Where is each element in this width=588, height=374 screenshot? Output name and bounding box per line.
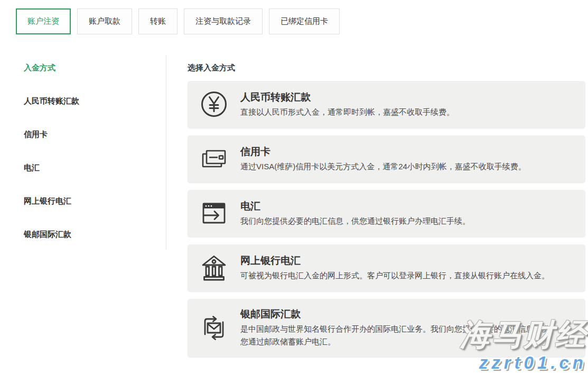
card-description: 我们向您提供必要的电汇信息，供您通过银行账户办理电汇手续。 [240, 215, 470, 227]
tab-deposit-withdraw-records[interactable]: 注资与取款记录 [184, 8, 263, 34]
card-credit-card[interactable]: 信用卡 通过VISA(维萨)信用卡以美元方式入金，通常24小时内到帐，嘉盛不收取… [188, 135, 585, 182]
content-area: 入金方式 人民币转账汇款 信用卡 电汇 网上银行电汇 银邮国际汇款 选择入金方式… [0, 55, 588, 357]
card-title: 电汇 [240, 199, 470, 213]
tab-linked-credit-cards[interactable]: 已绑定信用卡 [269, 8, 340, 34]
sidebar-item-deposit-methods[interactable]: 入金方式 [24, 62, 166, 73]
sidebar: 入金方式 人民币转账汇款 信用卡 电汇 网上银行电汇 银邮国际汇款 [0, 55, 166, 250]
yen-circle-icon [200, 90, 228, 118]
tab-bar: 账户注资 账户取款 转账 注资与取款记录 已绑定信用卡 [16, 8, 588, 34]
tab-account-withdraw[interactable]: 账户取款 [77, 8, 132, 34]
browser-arrow-icon [200, 199, 228, 227]
mail-transfer-icon [200, 314, 228, 342]
card-description: 是中国邮政与世界知名银行合作开办的国际电汇业务。我们向您提供必要的电汇信息，供您… [240, 323, 553, 348]
card-title: 人民币转账汇款 [240, 90, 454, 104]
sidebar-item-online-bank-wire[interactable]: 网上银行电汇 [24, 196, 166, 206]
main-panel: 选择入金方式 人民币转账汇款 直接以人民币形式入金，通常即时到帐，嘉盛不收取手续… [166, 55, 588, 357]
page-title: 选择入金方式 [188, 62, 585, 73]
sidebar-item-credit-card[interactable]: 信用卡 [24, 129, 166, 140]
sidebar-item-wire-transfer[interactable]: 电汇 [24, 162, 166, 173]
card-description: 直接以人民币形式入金，通常即时到帐，嘉盛不收取手续费。 [240, 106, 454, 118]
credit-card-icon [200, 145, 228, 172]
tab-transfer[interactable]: 转账 [138, 8, 178, 34]
card-title: 银邮国际汇款 [240, 307, 553, 321]
card-online-bank-wire[interactable]: 网上银行电汇 可被视为银行电汇入金的网上形式。客户可以登录网上银行，直接从银行账… [188, 244, 585, 291]
card-title: 网上银行电汇 [240, 254, 549, 267]
card-wire-transfer[interactable]: 电汇 我们向您提供必要的电汇信息，供您通过银行账户办理电汇手续。 [188, 190, 585, 236]
deposit-method-list: 人民币转账汇款 直接以人民币形式入金，通常即时到帐，嘉盛不收取手续费。 信用卡 [188, 81, 585, 357]
card-title: 信用卡 [240, 145, 526, 158]
bank-icon [200, 254, 228, 281]
tab-account-deposit[interactable]: 账户注资 [16, 8, 71, 34]
card-rmb-transfer[interactable]: 人民币转账汇款 直接以人民币形式入金，通常即时到帐，嘉盛不收取手续费。 [188, 81, 585, 127]
card-description: 可被视为银行电汇入金的网上形式。客户可以登录网上银行，直接从银行账户在线入金。 [240, 269, 549, 282]
card-postal-remittance[interactable]: 银邮国际汇款 是中国邮政与世界知名银行合作开办的国际电汇业务。我们向您提供必要的… [188, 299, 585, 357]
card-description: 通过VISA(维萨)信用卡以美元方式入金，通常24小时内到帐，嘉盛不收取手续费。 [240, 160, 526, 173]
sidebar-item-rmb-transfer[interactable]: 人民币转账汇款 [24, 96, 166, 106]
sidebar-item-postal-remittance[interactable]: 银邮国际汇款 [24, 229, 166, 240]
